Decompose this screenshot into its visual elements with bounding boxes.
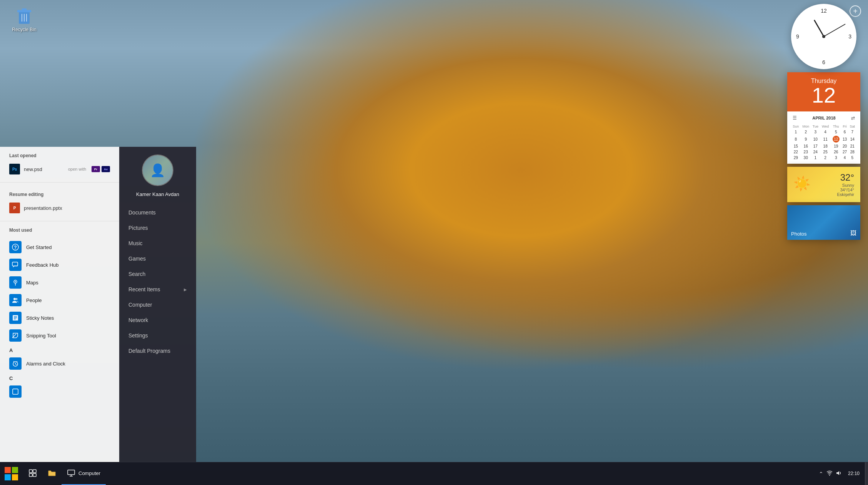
widgets-area: 12 3 6 9 Thursday 12 ☰ APRIL 2018 (787, 4, 860, 240)
weather-right: 32° Sunny 34°/14° Eskişehir (837, 172, 854, 197)
app-item-people[interactable]: People (5, 291, 114, 309)
alarms-clock-label: Alarms and Clock (26, 361, 65, 367)
last-opened-filename: new.psd (24, 166, 64, 172)
calendar-day-cell[interactable]: 30 (801, 155, 811, 161)
calendar-day-cell[interactable]: 19 (831, 143, 841, 149)
calendar-day-cell[interactable]: 15 (791, 143, 801, 149)
maps-label: Maps (26, 280, 38, 286)
computer-taskbar-icon (67, 469, 75, 477)
taskbar-computer[interactable]: Computer (62, 462, 106, 485)
calendar-day-cell[interactable]: 26 (831, 149, 841, 155)
maps-icon (9, 276, 22, 289)
calendar-header: Thursday 12 (787, 72, 860, 111)
calendar-day-cell[interactable]: 8 (791, 135, 801, 143)
calendar-day-cell[interactable]: 7 (848, 129, 856, 135)
weather-widget[interactable]: ☀️ 32° Sunny 34°/14° Eskişehir (787, 167, 860, 202)
calendar-day-cell[interactable]: 5 (848, 155, 856, 161)
nav-item-default-programs[interactable]: Default Programs (119, 343, 196, 359)
calendar-day-cell[interactable]: 27 (841, 149, 848, 155)
nav-item-recent-items-label: Recent Items (128, 286, 160, 292)
calendar-day-cell[interactable]: 28 (848, 149, 856, 155)
calendar-day-cell[interactable]: 17 (811, 143, 820, 149)
weather-city: Eskişehir (837, 192, 854, 197)
svg-line-20 (15, 364, 17, 365)
calendar-day-cell[interactable]: 2 (801, 129, 811, 135)
clock-number-6: 6 (822, 59, 825, 65)
taskbar-file-explorer[interactable] (42, 462, 62, 485)
after-effects-badge[interactable]: Ae (102, 166, 110, 172)
calendar-day-cell[interactable]: 6 (841, 129, 848, 135)
calendar-day-cell[interactable]: 22 (791, 149, 801, 155)
weather-description: Sunny (837, 183, 854, 188)
calendar-day-cell[interactable]: 10 (811, 135, 820, 143)
calendar-day-cell[interactable]: 16 (801, 143, 811, 149)
calendar-day-cell[interactable]: 23 (801, 149, 811, 155)
tray-chevron-icon[interactable]: ⌃ (819, 471, 823, 477)
snipping-tool-icon (9, 329, 22, 342)
calendar-day-cell[interactable]: 5 (831, 129, 841, 135)
calendar-day-cell[interactable]: 1 (811, 155, 820, 161)
tray-wifi-icon[interactable] (826, 470, 833, 477)
recent-items-arrow-icon: ▶ (184, 287, 187, 292)
calendar-day-cell[interactable]: 4 (841, 155, 848, 161)
tray-icons: ⌃ (819, 470, 842, 477)
premiere-badge[interactable]: Pr (92, 166, 100, 172)
calendar-day-cell[interactable]: 18 (820, 143, 831, 149)
svg-point-11 (13, 298, 16, 300)
tray-volume-icon[interactable] (836, 470, 842, 477)
calendar-day-cell[interactable]: 11 (820, 135, 831, 143)
calendar-day-cell[interactable]: 9 (801, 135, 811, 143)
nav-item-music[interactable]: Music (119, 236, 196, 251)
svg-rect-21 (13, 389, 18, 394)
app-item-get-started[interactable]: ? Get Started (5, 238, 114, 256)
nav-item-network-label: Network (128, 317, 148, 323)
nav-item-games[interactable]: Games (119, 251, 196, 266)
start-menu: Last opened Ps new.psd open with Pr Ae R… (0, 147, 196, 462)
clock-number-3: 3 (848, 33, 851, 40)
people-icon (9, 294, 22, 306)
calendar-day-cell[interactable]: 1 (791, 129, 801, 135)
show-desktop-button[interactable] (865, 462, 868, 485)
nav-item-search[interactable]: Search (119, 266, 196, 282)
calendar-day-cell[interactable]: 3 (811, 129, 820, 135)
user-avatar[interactable]: 👤 (142, 154, 173, 186)
last-opened-item[interactable]: Ps new.psd open with Pr Ae (9, 162, 110, 176)
nav-item-recent-items[interactable]: Recent Items ▶ (119, 282, 196, 297)
nav-item-computer[interactable]: Computer (119, 297, 196, 312)
app-item-maps[interactable]: Maps (5, 274, 114, 291)
nav-item-documents-label: Documents (128, 209, 156, 216)
calendar-day-cell[interactable]: 14 (848, 135, 856, 143)
calendar-day-cell[interactable]: 3 (831, 155, 841, 161)
calendar-prev-button[interactable]: ☰ (791, 115, 798, 121)
calendar-day-cell[interactable]: 25 (820, 149, 831, 155)
user-name: Kamer Kaan Avdan (132, 191, 183, 197)
app-item-snipping-tool[interactable]: Snipping Tool (5, 327, 114, 344)
photos-widget[interactable]: Photos 🖼 (787, 205, 860, 240)
taskbar-clock[interactable]: 22:10 (848, 470, 860, 477)
calendar-month-label: APRIL 2018 (812, 116, 835, 120)
recycle-bin-icon[interactable]: Recycle Bin (7, 5, 42, 33)
calendar-day-cell[interactable]: 12 (831, 135, 841, 143)
nav-item-settings[interactable]: Settings (119, 328, 196, 343)
calendar-day-cell[interactable]: 4 (820, 129, 831, 135)
start-button[interactable] (0, 462, 23, 485)
nav-item-pictures[interactable]: Pictures (119, 220, 196, 236)
app-item-feedback-hub[interactable]: Feedback Hub (5, 256, 114, 274)
nav-item-documents[interactable]: Documents (119, 205, 196, 220)
taskbar-task-view[interactable] (23, 462, 42, 485)
resume-editing-section: Resume editing P presentation.pptx (0, 186, 119, 218)
app-item-alarms-clock[interactable]: Alarms and Clock (5, 355, 114, 372)
resume-editing-item[interactable]: P presentation.pptx (9, 201, 110, 215)
calendar-day-cell[interactable]: 20 (841, 143, 848, 149)
calendar-next-button[interactable]: ⇄ (850, 115, 856, 121)
weather-temperature: 32° (837, 172, 854, 183)
calendar-day-cell[interactable]: 29 (791, 155, 801, 161)
cal-header-sat: Sat (848, 124, 856, 129)
nav-item-network[interactable]: Network (119, 312, 196, 328)
app-item-c-placeholder[interactable] (5, 383, 114, 400)
calendar-day-cell[interactable]: 2 (820, 155, 831, 161)
calendar-day-cell[interactable]: 21 (848, 143, 856, 149)
calendar-day-cell[interactable]: 24 (811, 149, 820, 155)
app-item-sticky-notes[interactable]: Sticky Notes (5, 309, 114, 327)
calendar-day-cell[interactable]: 13 (841, 135, 848, 143)
